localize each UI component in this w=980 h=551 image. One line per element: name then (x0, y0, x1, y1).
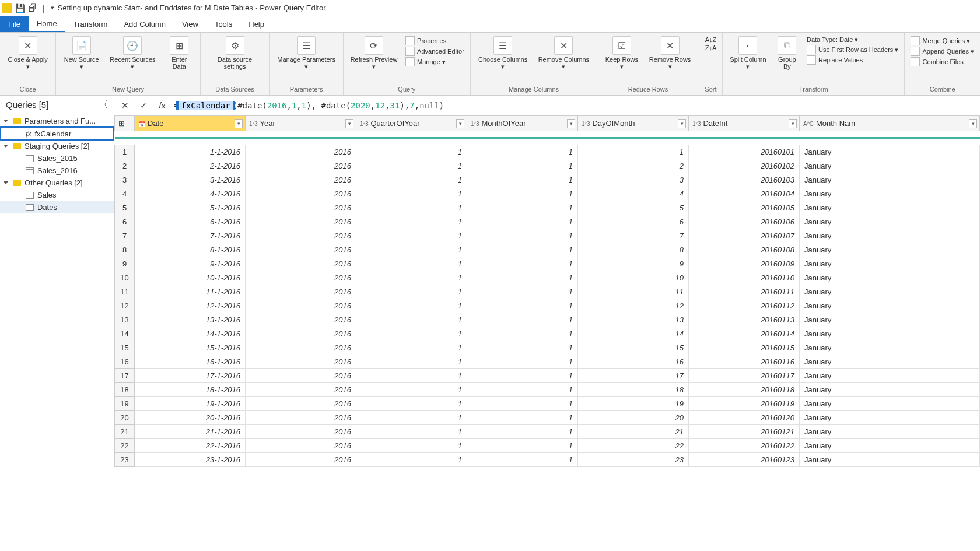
properties-button[interactable]: Properties (403, 36, 467, 45)
table-row[interactable]: 2121-1-20162016112120160121January (115, 425, 980, 439)
table-row[interactable]: 99-1-2016201611920160109January (115, 257, 980, 271)
cell-monthofyear[interactable]: 1 (467, 257, 578, 271)
cell-quarterofyear[interactable]: 1 (356, 257, 467, 271)
cell-quarterofyear[interactable]: 1 (356, 229, 467, 243)
cell-year[interactable]: 2016 (246, 159, 356, 173)
cell-year[interactable]: 2016 (246, 383, 356, 397)
query-item-sales_2015[interactable]: Sales_2015 (0, 152, 114, 164)
cell-monthofyear[interactable]: 1 (467, 453, 578, 467)
column-filter-icon[interactable]: ▾ (789, 119, 797, 128)
query-item-sales[interactable]: Sales (0, 189, 114, 201)
table-row[interactable]: 1717-1-20162016111720160117January (115, 369, 980, 383)
cell-dayofmonth[interactable]: 2 (578, 159, 689, 173)
column-filter-icon[interactable]: ▾ (567, 119, 575, 128)
cell-quarterofyear[interactable]: 1 (356, 327, 467, 341)
cell-dayofmonth[interactable]: 22 (578, 439, 689, 453)
cell-month nam[interactable]: January (800, 271, 980, 285)
cell-dayofmonth[interactable]: 23 (578, 453, 689, 467)
column-filter-icon[interactable]: ▾ (456, 119, 464, 128)
column-header-month nam[interactable]: AᴮCMonth Nam▾ (800, 116, 980, 131)
cell-year[interactable]: 2016 (246, 299, 356, 313)
cell-month nam[interactable]: January (800, 355, 980, 369)
cell-dayofmonth[interactable]: 14 (578, 327, 689, 341)
cell-dateint[interactable]: 20160102 (689, 159, 800, 173)
cell-quarterofyear[interactable]: 1 (356, 145, 467, 159)
cell-monthofyear[interactable]: 1 (467, 145, 578, 159)
cell-dateint[interactable]: 20160121 (689, 425, 800, 439)
cell-dateint[interactable]: 20160116 (689, 355, 800, 369)
cell-year[interactable]: 2016 (246, 173, 356, 187)
cell-dayofmonth[interactable]: 3 (578, 173, 689, 187)
cell-monthofyear[interactable]: 1 (467, 327, 578, 341)
cell-quarterofyear[interactable]: 1 (356, 341, 467, 355)
cell-dayofmonth[interactable]: 5 (578, 201, 689, 215)
cell-monthofyear[interactable]: 1 (467, 383, 578, 397)
cell-quarterofyear[interactable]: 1 (356, 453, 467, 467)
cell-dateint[interactable]: 20160120 (689, 411, 800, 425)
row-number[interactable]: 1 (115, 145, 135, 159)
cell-year[interactable]: 2016 (246, 215, 356, 229)
cell-dateint[interactable]: 20160103 (689, 173, 800, 187)
cell-year[interactable]: 2016 (246, 355, 356, 369)
tab-help[interactable]: Help (240, 16, 272, 32)
column-filter-icon[interactable]: ▾ (345, 119, 354, 128)
cell-quarterofyear[interactable]: 1 (356, 369, 467, 383)
cell-monthofyear[interactable]: 1 (467, 159, 578, 173)
merge-queries-button[interactable]: Merge Queries ▾ (908, 36, 977, 45)
cell-dateint[interactable]: 20160109 (689, 257, 800, 271)
row-number[interactable]: 22 (115, 439, 135, 453)
row-number[interactable]: 8 (115, 243, 135, 257)
cell-dateint[interactable]: 20160115 (689, 341, 800, 355)
cell-dateint[interactable]: 20160101 (689, 145, 800, 159)
cell-dayofmonth[interactable]: 19 (578, 397, 689, 411)
table-row[interactable]: 2323-1-20162016112320160123January (115, 453, 980, 467)
split-column-button[interactable]: ⫟Split Column ▾ (726, 34, 770, 72)
cell-quarterofyear[interactable]: 1 (356, 173, 467, 187)
cell-month nam[interactable]: January (800, 187, 980, 201)
cell-month nam[interactable]: January (800, 425, 980, 439)
row-number[interactable]: 3 (115, 173, 135, 187)
cell-dayofmonth[interactable]: 21 (578, 425, 689, 439)
cell-date[interactable]: 15-1-2016 (135, 341, 246, 355)
column-header-dayofmonth[interactable]: 1²3DayOfMonth▾ (578, 116, 689, 131)
cell-quarterofyear[interactable]: 1 (356, 425, 467, 439)
cell-dayofmonth[interactable]: 13 (578, 313, 689, 327)
recent-sources-button[interactable]: 🕘Recent Sources ▾ (106, 34, 160, 72)
row-number[interactable]: 10 (115, 271, 135, 285)
cell-date[interactable]: 6-1-2016 (135, 215, 246, 229)
data-type-button[interactable]: Data Type: Date ▾ (804, 36, 901, 44)
cell-dateint[interactable]: 20160108 (689, 243, 800, 257)
sort-desc-button[interactable]: Z↓A (703, 44, 719, 51)
cell-dateint[interactable]: 20160106 (689, 215, 800, 229)
save-icon[interactable]: 💾 (15, 3, 25, 13)
row-number[interactable]: 13 (115, 313, 135, 327)
cell-dayofmonth[interactable]: 4 (578, 187, 689, 201)
table-row[interactable]: 1313-1-20162016111320160113January (115, 313, 980, 327)
cell-monthofyear[interactable]: 1 (467, 173, 578, 187)
cell-year[interactable]: 2016 (246, 327, 356, 341)
row-number[interactable]: 16 (115, 355, 135, 369)
cell-year[interactable]: 2016 (246, 145, 356, 159)
row-number[interactable]: 2 (115, 159, 135, 173)
cell-monthofyear[interactable]: 1 (467, 271, 578, 285)
table-row[interactable]: 1616-1-20162016111620160116January (115, 355, 980, 369)
cell-year[interactable]: 2016 (246, 341, 356, 355)
cell-month nam[interactable]: January (800, 313, 980, 327)
row-number[interactable]: 11 (115, 285, 135, 299)
cell-month nam[interactable]: January (800, 453, 980, 467)
cell-dateint[interactable]: 20160119 (689, 397, 800, 411)
close-apply-button[interactable]: ✕Close & Apply ▾ (4, 34, 52, 72)
cell-year[interactable]: 2016 (246, 425, 356, 439)
cell-dateint[interactable]: 20160123 (689, 453, 800, 467)
cell-month nam[interactable]: January (800, 439, 980, 453)
data-grid[interactable]: ⊞📅Date▾1²3Year▾1²3QuarterOfYear▾1²3Month… (114, 115, 980, 551)
tab-transform[interactable]: Transform (65, 16, 116, 32)
cell-quarterofyear[interactable]: 1 (356, 243, 467, 257)
cell-quarterofyear[interactable]: 1 (356, 397, 467, 411)
query-group[interactable]: Staging Queries [2] (0, 140, 114, 152)
cell-dateint[interactable]: 20160105 (689, 201, 800, 215)
cell-month nam[interactable]: January (800, 243, 980, 257)
cell-dayofmonth[interactable]: 10 (578, 271, 689, 285)
formula-input[interactable]: = fxCalendar(#date( 2016, 1, 1), #date( … (174, 101, 977, 110)
cell-dayofmonth[interactable]: 6 (578, 215, 689, 229)
